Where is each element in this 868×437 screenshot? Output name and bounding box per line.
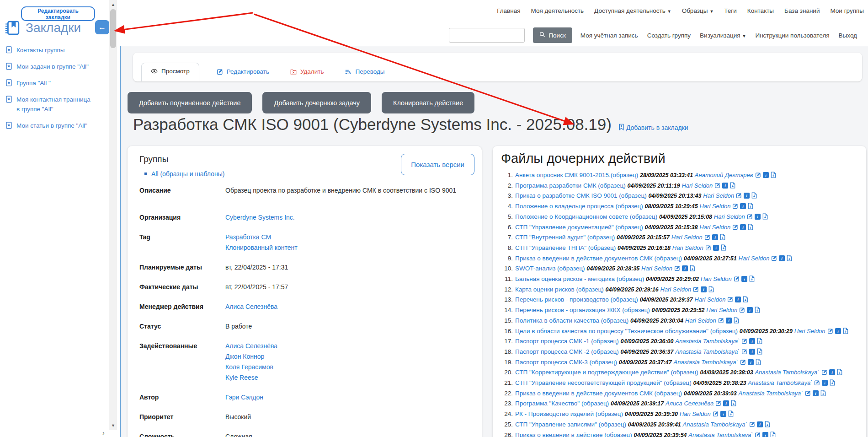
file-icon[interactable]	[757, 338, 762, 344]
file-link[interactable]: Цели в области качества по процессу "Тех…	[515, 328, 738, 334]
file-author-link[interactable]: Anastasia Tambolskaya`	[755, 369, 819, 376]
file-link[interactable]: Программа "Качество" (образец)	[515, 400, 609, 407]
file-author-link[interactable]: Hari Seldon	[699, 224, 730, 231]
info-icon[interactable]: i	[749, 338, 755, 344]
nav-item[interactable]: База знаний	[784, 7, 820, 14]
scroll-down-arrow-icon[interactable]: ▼	[109, 422, 117, 429]
edit-file-icon[interactable]	[704, 234, 710, 240]
file-icon[interactable]	[757, 348, 762, 355]
info-icon[interactable]: i	[701, 286, 707, 292]
info-icon[interactable]: i	[757, 421, 763, 427]
file-author-link[interactable]: Anastasia Tambolskaya`	[683, 421, 747, 428]
file-icon[interactable]	[731, 400, 736, 406]
info-icon[interactable]: i	[713, 245, 719, 251]
nav-item[interactable]: Теги	[724, 7, 736, 14]
file-link[interactable]: СТП "Управление несоответствующей продук…	[515, 379, 692, 386]
search-input[interactable]	[449, 28, 525, 43]
file-author-link[interactable]: Anastasia Tambolskaya`	[675, 338, 740, 345]
field-value-link[interactable]: Kyle Reese	[225, 372, 277, 383]
file-author-link[interactable]: Anastasia Tambolskaya`	[675, 348, 740, 355]
info-icon[interactable]: i	[829, 369, 835, 375]
file-icon[interactable]	[751, 192, 757, 199]
nav-item[interactable]: Создать группу	[647, 32, 691, 39]
info-icon[interactable]: i	[763, 172, 769, 178]
tab-item[interactable]: Редактировать	[213, 64, 273, 81]
file-icon[interactable]	[728, 410, 734, 417]
file-icon[interactable]	[708, 286, 714, 292]
info-icon[interactable]: i	[726, 318, 732, 324]
file-icon[interactable]	[690, 265, 695, 271]
nav-item[interactable]: Главная	[497, 7, 520, 14]
file-link[interactable]: СТП "Внутренний аудит" (образец)	[515, 234, 615, 241]
edit-file-icon[interactable]	[713, 411, 719, 417]
file-author-link[interactable]: Hari Seldon	[699, 203, 730, 210]
info-icon[interactable]: i	[755, 214, 761, 220]
tab-item[interactable]: Переводы	[341, 64, 388, 81]
field-value-link[interactable]: Разработка СМ	[225, 232, 298, 243]
sidebar-scrollbar[interactable]: ▲ ▼	[109, 0, 117, 430]
file-icon[interactable]	[730, 182, 735, 189]
field-value-link[interactable]: Алиса Селезнёва	[225, 302, 277, 312]
file-author-link[interactable]: Hari Seldon	[714, 213, 745, 220]
file-author-link[interactable]: Hari Seldon	[701, 275, 732, 282]
nav-item[interactable]: Мои группы	[830, 7, 864, 14]
file-icon[interactable]	[765, 421, 770, 427]
nav-item[interactable]: Инструкции пользователя	[755, 32, 829, 39]
info-icon[interactable]: i	[712, 234, 718, 240]
file-icon[interactable]	[762, 213, 768, 220]
edit-file-icon[interactable]	[821, 369, 827, 375]
show-versions-button[interactable]: Показать версии	[401, 154, 474, 175]
info-icon[interactable]: i	[723, 400, 729, 406]
action-button[interactable]: Клонировать действие	[382, 92, 474, 113]
edit-file-icon[interactable]	[674, 265, 680, 271]
edit-file-icon[interactable]	[732, 203, 738, 209]
file-author-link[interactable]: Hari Seldon	[682, 182, 713, 189]
edit-file-icon[interactable]	[727, 297, 733, 302]
file-icon[interactable]	[770, 432, 776, 437]
file-icon[interactable]	[749, 275, 755, 282]
file-link[interactable]: Положение о Координационном совете (обра…	[515, 213, 657, 220]
info-icon[interactable]: i	[744, 193, 750, 199]
file-link[interactable]: SWOT-анализ (образец)	[515, 265, 585, 272]
sidebar-bookmark-item[interactable]: Контакты группы	[5, 45, 92, 55]
file-author-link[interactable]: Anastasia Tambolskaya`	[739, 390, 803, 397]
file-icon[interactable]	[748, 224, 753, 230]
edit-file-icon[interactable]	[771, 255, 777, 261]
file-author-link[interactable]: Hari Seldon	[739, 255, 770, 262]
file-link[interactable]: Политика в области качества (образец)	[515, 317, 628, 324]
file-author-link[interactable]: Hari Seldon	[794, 328, 825, 334]
file-icon[interactable]	[748, 203, 753, 209]
file-author-link[interactable]: Алиса Селезнёва	[666, 400, 714, 407]
nav-item[interactable]: Моя учётная запись	[580, 32, 638, 39]
info-icon[interactable]: i	[779, 255, 785, 261]
file-author-link[interactable]: Hari Seldon	[703, 192, 734, 199]
tab-item[interactable]: Удалить	[287, 64, 328, 81]
file-link[interactable]: Приказ о введении в действие документов …	[515, 390, 682, 397]
file-link[interactable]: Приказ о введении в действие (образец)	[515, 432, 632, 437]
info-icon[interactable]: i	[813, 390, 819, 396]
info-icon[interactable]: i	[835, 328, 841, 334]
action-button[interactable]: Добавить подчинённое действие	[128, 92, 252, 113]
info-icon[interactable]: i	[722, 183, 728, 189]
info-icon[interactable]: i	[720, 411, 726, 417]
info-icon[interactable]: i	[749, 349, 755, 355]
sidebar-bookmark-item[interactable]: Мои задачи в группе "All"	[5, 62, 92, 71]
file-author-link[interactable]: Hari Seldon	[685, 317, 716, 324]
edit-bookmarks-button[interactable]: Редактировать закладки	[21, 6, 95, 21]
edit-file-icon[interactable]	[805, 390, 811, 396]
action-button[interactable]: Добавить дочернюю задачу	[262, 92, 371, 113]
sidebar-bookmark-item[interactable]: Моя контактная транница в группе "All"	[5, 95, 92, 114]
nav-item[interactable]: Контакты	[747, 7, 774, 14]
file-link[interactable]: Карта оценки рисков (образец)	[515, 286, 604, 293]
file-icon[interactable]	[721, 244, 726, 251]
file-link[interactable]: СТП "Управление записями" (образец)	[515, 421, 626, 428]
file-icon[interactable]	[787, 255, 792, 261]
file-link[interactable]: Анкета опросник СМК 9001-2015.(образец)	[515, 172, 638, 178]
file-icon[interactable]	[843, 328, 848, 334]
sidebar-bookmark-item[interactable]: Группа "All "	[5, 78, 92, 88]
search-button[interactable]: Поиск	[533, 27, 572, 43]
nav-item[interactable]: Выход	[839, 32, 857, 39]
edit-file-icon[interactable]	[741, 338, 747, 344]
info-icon[interactable]: i	[740, 203, 746, 209]
file-icon[interactable]	[734, 317, 739, 324]
